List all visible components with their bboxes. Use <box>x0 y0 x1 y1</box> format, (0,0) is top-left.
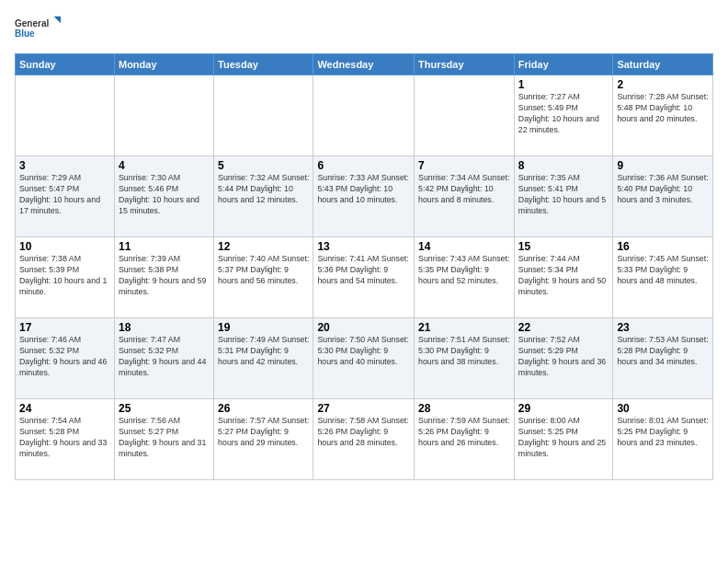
calendar-day-cell <box>313 75 415 156</box>
calendar-weekday-header: Friday <box>514 54 613 75</box>
day-number: 26 <box>218 402 309 415</box>
day-info: Sunrise: 7:54 AM Sunset: 5:28 PM Dayligh… <box>19 416 110 460</box>
day-info: Sunrise: 7:32 AM Sunset: 5:44 PM Dayligh… <box>218 173 309 206</box>
day-info: Sunrise: 7:39 AM Sunset: 5:38 PM Dayligh… <box>119 254 210 298</box>
day-number: 3 <box>19 159 110 172</box>
day-number: 20 <box>317 321 410 334</box>
calendar-header-row: SundayMondayTuesdayWednesdayThursdayFrid… <box>16 54 713 75</box>
calendar-week-row: 24Sunrise: 7:54 AM Sunset: 5:28 PM Dayli… <box>16 399 713 480</box>
day-number: 18 <box>119 321 210 334</box>
day-number: 23 <box>617 321 709 334</box>
day-info: Sunrise: 7:38 AM Sunset: 5:39 PM Dayligh… <box>19 254 110 298</box>
day-number: 2 <box>617 78 709 91</box>
calendar-day-cell <box>16 75 115 156</box>
calendar-day-cell: 18Sunrise: 7:47 AM Sunset: 5:32 PM Dayli… <box>114 318 213 399</box>
day-info: Sunrise: 8:01 AM Sunset: 5:25 PM Dayligh… <box>617 416 709 449</box>
day-number: 19 <box>218 321 309 334</box>
calendar-day-cell: 13Sunrise: 7:41 AM Sunset: 5:36 PM Dayli… <box>313 237 415 318</box>
calendar-weekday-header: Sunday <box>16 54 115 75</box>
calendar-day-cell: 27Sunrise: 7:58 AM Sunset: 5:26 PM Dayli… <box>313 399 415 480</box>
day-number: 14 <box>418 240 510 253</box>
svg-text:Blue: Blue <box>15 29 35 39</box>
calendar-day-cell: 28Sunrise: 7:59 AM Sunset: 5:26 PM Dayli… <box>415 399 515 480</box>
day-info: Sunrise: 7:57 AM Sunset: 5:27 PM Dayligh… <box>218 416 309 449</box>
day-info: Sunrise: 7:30 AM Sunset: 5:46 PM Dayligh… <box>119 173 210 217</box>
day-number: 11 <box>119 240 210 253</box>
day-number: 27 <box>317 402 410 415</box>
calendar-week-row: 17Sunrise: 7:46 AM Sunset: 5:32 PM Dayli… <box>16 318 713 399</box>
calendar-day-cell: 15Sunrise: 7:44 AM Sunset: 5:34 PM Dayli… <box>514 237 613 318</box>
svg-marker-2 <box>54 17 62 24</box>
svg-text:General: General <box>15 18 49 29</box>
day-info: Sunrise: 7:47 AM Sunset: 5:32 PM Dayligh… <box>119 335 210 379</box>
calendar-day-cell <box>214 75 313 156</box>
calendar-day-cell: 6Sunrise: 7:33 AM Sunset: 5:43 PM Daylig… <box>313 156 415 237</box>
calendar-day-cell: 23Sunrise: 7:53 AM Sunset: 5:28 PM Dayli… <box>613 318 713 399</box>
day-info: Sunrise: 7:49 AM Sunset: 5:31 PM Dayligh… <box>218 335 309 368</box>
day-info: Sunrise: 7:33 AM Sunset: 5:43 PM Dayligh… <box>317 173 410 206</box>
day-info: Sunrise: 7:46 AM Sunset: 5:32 PM Dayligh… <box>19 335 110 379</box>
day-info: Sunrise: 8:00 AM Sunset: 5:25 PM Dayligh… <box>518 416 609 460</box>
calendar-day-cell: 17Sunrise: 7:46 AM Sunset: 5:32 PM Dayli… <box>16 318 115 399</box>
calendar-day-cell: 22Sunrise: 7:52 AM Sunset: 5:29 PM Dayli… <box>514 318 613 399</box>
day-info: Sunrise: 7:29 AM Sunset: 5:47 PM Dayligh… <box>19 173 110 217</box>
day-number: 8 <box>518 159 609 172</box>
day-info: Sunrise: 7:56 AM Sunset: 5:27 PM Dayligh… <box>119 416 210 460</box>
day-number: 21 <box>418 321 510 334</box>
day-info: Sunrise: 7:52 AM Sunset: 5:29 PM Dayligh… <box>518 335 609 379</box>
calendar-day-cell: 9Sunrise: 7:36 AM Sunset: 5:40 PM Daylig… <box>613 156 713 237</box>
day-number: 12 <box>218 240 309 253</box>
calendar-day-cell: 20Sunrise: 7:50 AM Sunset: 5:30 PM Dayli… <box>313 318 415 399</box>
calendar-weekday-header: Thursday <box>415 54 515 75</box>
calendar-day-cell: 16Sunrise: 7:45 AM Sunset: 5:33 PM Dayli… <box>613 237 713 318</box>
calendar-day-cell: 12Sunrise: 7:40 AM Sunset: 5:37 PM Dayli… <box>214 237 313 318</box>
day-number: 15 <box>518 240 609 253</box>
calendar-day-cell: 11Sunrise: 7:39 AM Sunset: 5:38 PM Dayli… <box>114 237 213 318</box>
calendar-table: SundayMondayTuesdayWednesdayThursdayFrid… <box>15 53 713 480</box>
day-number: 6 <box>317 159 410 172</box>
calendar-weekday-header: Saturday <box>613 54 713 75</box>
day-number: 5 <box>218 159 309 172</box>
day-number: 25 <box>119 402 210 415</box>
day-number: 30 <box>617 402 709 415</box>
day-info: Sunrise: 7:35 AM Sunset: 5:41 PM Dayligh… <box>518 173 609 217</box>
day-info: Sunrise: 7:36 AM Sunset: 5:40 PM Dayligh… <box>617 173 709 206</box>
day-number: 1 <box>518 78 609 91</box>
day-info: Sunrise: 7:44 AM Sunset: 5:34 PM Dayligh… <box>518 254 609 298</box>
calendar-day-cell: 8Sunrise: 7:35 AM Sunset: 5:41 PM Daylig… <box>514 156 613 237</box>
calendar-day-cell: 7Sunrise: 7:34 AM Sunset: 5:42 PM Daylig… <box>415 156 515 237</box>
day-info: Sunrise: 7:27 AM Sunset: 5:49 PM Dayligh… <box>518 92 609 136</box>
calendar-day-cell: 19Sunrise: 7:49 AM Sunset: 5:31 PM Dayli… <box>214 318 313 399</box>
day-info: Sunrise: 7:28 AM Sunset: 5:48 PM Dayligh… <box>617 92 709 125</box>
day-info: Sunrise: 7:43 AM Sunset: 5:35 PM Dayligh… <box>418 254 510 287</box>
calendar-weekday-header: Monday <box>114 54 213 75</box>
day-number: 17 <box>19 321 110 334</box>
day-info: Sunrise: 7:58 AM Sunset: 5:26 PM Dayligh… <box>317 416 410 449</box>
day-number: 4 <box>119 159 210 172</box>
calendar-day-cell: 4Sunrise: 7:30 AM Sunset: 5:46 PM Daylig… <box>114 156 213 237</box>
day-number: 24 <box>19 402 110 415</box>
header: General Blue <box>15 11 713 48</box>
calendar-week-row: 10Sunrise: 7:38 AM Sunset: 5:39 PM Dayli… <box>16 237 713 318</box>
day-number: 28 <box>418 402 510 415</box>
day-number: 7 <box>418 159 510 172</box>
calendar-weekday-header: Tuesday <box>214 54 313 75</box>
calendar-week-row: 1Sunrise: 7:27 AM Sunset: 5:49 PM Daylig… <box>16 75 713 156</box>
day-number: 13 <box>317 240 410 253</box>
calendar-day-cell: 26Sunrise: 7:57 AM Sunset: 5:27 PM Dayli… <box>214 399 313 480</box>
day-info: Sunrise: 7:45 AM Sunset: 5:33 PM Dayligh… <box>617 254 709 287</box>
day-info: Sunrise: 7:40 AM Sunset: 5:37 PM Dayligh… <box>218 254 309 287</box>
calendar-day-cell: 24Sunrise: 7:54 AM Sunset: 5:28 PM Dayli… <box>16 399 115 480</box>
calendar-day-cell: 14Sunrise: 7:43 AM Sunset: 5:35 PM Dayli… <box>415 237 515 318</box>
day-number: 9 <box>617 159 709 172</box>
day-info: Sunrise: 7:59 AM Sunset: 5:26 PM Dayligh… <box>418 416 510 449</box>
calendar-week-row: 3Sunrise: 7:29 AM Sunset: 5:47 PM Daylig… <box>16 156 713 237</box>
day-number: 22 <box>518 321 609 334</box>
calendar-day-cell: 2Sunrise: 7:28 AM Sunset: 5:48 PM Daylig… <box>613 75 713 156</box>
day-info: Sunrise: 7:34 AM Sunset: 5:42 PM Dayligh… <box>418 173 510 206</box>
day-info: Sunrise: 7:41 AM Sunset: 5:36 PM Dayligh… <box>317 254 410 287</box>
calendar-day-cell: 21Sunrise: 7:51 AM Sunset: 5:30 PM Dayli… <box>415 318 515 399</box>
logo-svg: General Blue <box>15 11 61 48</box>
calendar-day-cell: 25Sunrise: 7:56 AM Sunset: 5:27 PM Dayli… <box>114 399 213 480</box>
logo: General Blue <box>15 11 61 48</box>
